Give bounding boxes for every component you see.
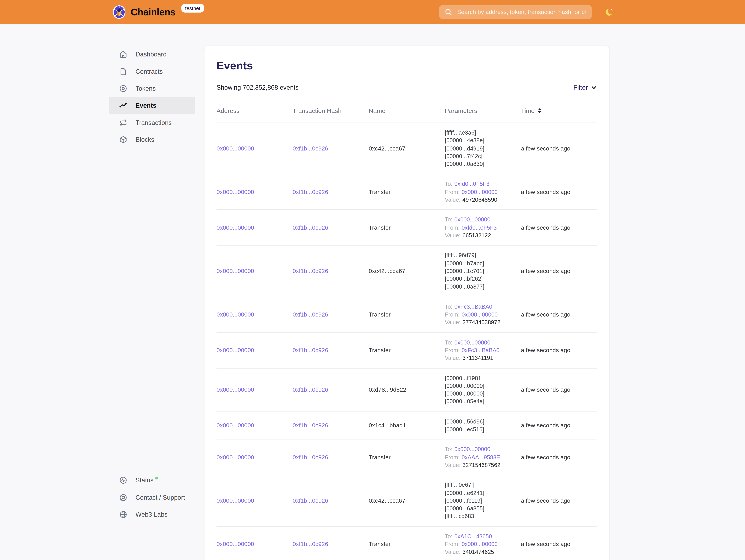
search-bar[interactable] <box>439 5 592 20</box>
topic-param: [00000...fc119] <box>445 497 521 505</box>
value-amount: 327154687562 <box>462 462 500 468</box>
from-address-link[interactable]: 0xfd0...0F5F3 <box>462 224 497 231</box>
value-amount: 3711341191 <box>462 354 493 362</box>
sidebar-item-label: Transactions <box>136 119 172 126</box>
address-link[interactable]: 0x000...00000 <box>217 454 254 461</box>
value-amount: 277434038972 <box>462 319 500 326</box>
transaction-hash-link[interactable]: 0xf1b...0c926 <box>293 268 328 275</box>
address-link[interactable]: 0x000...00000 <box>217 422 254 429</box>
transaction-hash-link[interactable]: 0xf1b...0c926 <box>293 311 328 318</box>
cube-icon <box>119 136 127 144</box>
brand[interactable]: Chainlens testnet <box>112 5 204 19</box>
topic-param: [fffff...0e67f] <box>445 481 521 489</box>
address-link[interactable]: 0x000...00000 <box>217 224 254 231</box>
transaction-hash-link[interactable]: 0xf1b...0c926 <box>293 347 328 354</box>
transaction-hash-link[interactable]: 0xf1b...0c926 <box>293 454 328 461</box>
transaction-hash-link[interactable]: 0xf1b...0c926 <box>293 386 328 393</box>
to-address-link[interactable]: 0x000...00000 <box>454 216 490 223</box>
event-row: 0x000...00000 0xf1b...0c926 Transfer To:… <box>217 297 597 333</box>
transaction-hash-link[interactable]: 0xf1b...0c926 <box>293 224 328 231</box>
to-address-link[interactable]: 0xA1C...43650 <box>454 533 492 540</box>
address-link[interactable]: 0x000...00000 <box>217 497 254 504</box>
sidebar-item-blocks[interactable]: Blocks <box>109 131 195 148</box>
sidebar-item-transactions[interactable]: Transactions <box>109 114 195 131</box>
from-address-link[interactable]: 0xFc3...BaBA0 <box>462 347 499 353</box>
address-link[interactable]: 0x000...00000 <box>217 268 254 275</box>
transaction-hash-link[interactable]: 0xf1b...0c926 <box>293 497 328 504</box>
event-parameters: [fffff...ae3a6][00000...4e38e][00000...d… <box>445 129 521 168</box>
topic-param: [00000...05e4a] <box>445 398 521 405</box>
event-name: Transfer <box>369 541 445 548</box>
event-time: a few seconds ago <box>521 311 597 318</box>
event-parameters: To:0xFc3...BaBA0From:0x000...00000Value:… <box>445 303 521 326</box>
sidebar-item-web3-labs[interactable]: Web3 Labs <box>109 506 195 523</box>
sidebar-item-label: Tokens <box>136 85 156 92</box>
event-name: Transfer <box>369 189 445 195</box>
from-address-link[interactable]: 0x000...00000 <box>462 311 497 318</box>
topic-param: [00000...56d96] <box>445 417 521 426</box>
col-header-time: Time <box>521 107 597 114</box>
sidebar-item-tokens[interactable]: Tokens <box>109 80 195 97</box>
top-header: Chainlens testnet <box>0 0 745 24</box>
sidebar-item-contact-support[interactable]: Contact / Support <box>109 489 195 506</box>
sidebar-nav: Dashboard Contracts Tokens <box>109 46 195 148</box>
to-address-link[interactable]: 0xFc3...BaBA0 <box>454 303 492 310</box>
from-address-link[interactable]: 0x000...00000 <box>462 541 497 548</box>
from-label: From: <box>445 541 460 548</box>
transaction-hash-link[interactable]: 0xf1b...0c926 <box>293 541 328 548</box>
topic-param: [00000...f1981] <box>445 374 521 382</box>
sort-icon[interactable] <box>537 108 542 114</box>
event-name: 0xc42...cca67 <box>369 268 445 275</box>
topic-param: [00000...4e38e] <box>445 137 521 145</box>
address-link[interactable]: 0x000...00000 <box>217 189 254 195</box>
event-row: 0x000...00000 0xf1b...0c926 Transfer To:… <box>217 210 597 246</box>
transaction-hash-link[interactable]: 0xf1b...0c926 <box>293 145 328 152</box>
to-address-link[interactable]: 0x000...00000 <box>454 339 490 346</box>
event-time: a few seconds ago <box>521 386 597 393</box>
transaction-hash-link[interactable]: 0xf1b...0c926 <box>293 422 328 429</box>
chevron-down-icon <box>591 85 597 91</box>
value-amount: 665132122 <box>462 232 491 239</box>
events-count-text: Showing 702,352,868 events <box>217 84 299 91</box>
sidebar-item-contracts[interactable]: Contracts <box>109 63 195 80</box>
event-parameters: To:0xfd0...0F5F3From:0x000...00000Value:… <box>445 180 521 204</box>
address-link[interactable]: 0x000...00000 <box>217 311 254 318</box>
sidebar-item-status[interactable]: Status <box>109 472 195 489</box>
to-label: To: <box>445 303 452 310</box>
value-label: Value: <box>445 232 460 239</box>
col-header-parameters: Parameters <box>445 107 521 114</box>
topic-param: [00000...0a830] <box>445 160 521 168</box>
address-link[interactable]: 0x000...00000 <box>217 145 254 152</box>
status-pulse-icon <box>119 476 127 485</box>
event-parameters: To:0xA1C...43650From:0x000...00000Value:… <box>445 532 521 556</box>
address-link[interactable]: 0x000...00000 <box>217 386 254 393</box>
from-label: From: <box>445 347 460 353</box>
event-row: 0x000...00000 0xf1b...0c926 0xc42...cca6… <box>217 246 597 297</box>
sidebar-item-dashboard[interactable]: Dashboard <box>109 46 195 63</box>
event-name: Transfer <box>369 347 445 354</box>
event-parameters: To:0x000...00000From:0xAAA...9588EValue:… <box>445 445 521 469</box>
from-address-link[interactable]: 0x000...00000 <box>462 189 497 195</box>
from-address-link[interactable]: 0xAAA...9588E <box>462 454 500 461</box>
filter-button[interactable]: Filter <box>574 84 597 91</box>
event-time: a few seconds ago <box>521 268 597 275</box>
address-link[interactable]: 0x000...00000 <box>217 347 254 354</box>
col-header-name: Name <box>369 107 445 114</box>
col-header-transaction-hash: Transaction Hash <box>293 107 369 114</box>
address-link[interactable]: 0x000...00000 <box>217 541 254 548</box>
value-label: Value: <box>445 549 460 556</box>
to-address-link[interactable]: 0x000...00000 <box>454 446 490 453</box>
search-input[interactable] <box>456 8 586 16</box>
theme-toggle-moon-icon[interactable] <box>605 8 614 17</box>
transaction-hash-link[interactable]: 0xf1b...0c926 <box>293 189 328 195</box>
topic-param: [00000...b7abc] <box>445 259 521 267</box>
sidebar-item-events[interactable]: Events <box>109 97 195 114</box>
event-row: 0x000...00000 0xf1b...0c926 0x1c4...bbad… <box>217 412 597 440</box>
topic-param: [00000...00000] <box>445 382 521 390</box>
event-parameters: [fffff...96d79][00000...b7abc][00000...1… <box>445 251 521 291</box>
sidebar-item-label: Contact / Support <box>136 494 185 501</box>
to-address-link[interactable]: 0xfd0...0F5F3 <box>454 181 489 188</box>
event-time: a few seconds ago <box>521 145 597 152</box>
event-time: a few seconds ago <box>521 347 597 354</box>
search-icon <box>445 8 452 16</box>
